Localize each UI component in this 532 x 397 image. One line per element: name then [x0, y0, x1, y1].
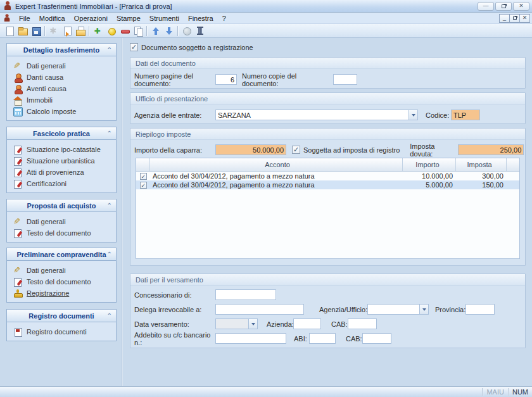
cab-field[interactable] [348, 318, 377, 329]
row-checkbox[interactable] [140, 173, 147, 180]
dropdown-arrow-icon[interactable] [419, 304, 429, 315]
chevron-up-icon[interactable]: ⌃ [107, 251, 112, 258]
cab-field[interactable] [362, 333, 391, 344]
chevron-up-icon[interactable]: ⌃ [107, 46, 112, 53]
sidebar-item-atti-di-provenienza[interactable]: Atti di provenienza [7, 167, 116, 178]
window-controls: — ✕ [478, 2, 529, 11]
caparra-field[interactable]: 50.000,00 [215, 144, 286, 155]
importo-column-header[interactable]: Importo [403, 158, 456, 171]
menu-help[interactable]: ? [218, 13, 231, 23]
sidebar-item-registrazione[interactable]: Registrazione [7, 287, 116, 299]
section-header[interactable]: Dettaglio trasferimento ⌃ [7, 44, 116, 56]
chevron-up-icon[interactable]: ⌃ [107, 202, 112, 209]
sidebar-item-situazione-ipo-catastale[interactable]: Situazione ipo-catastale [7, 144, 116, 155]
person-icon [13, 73, 23, 82]
sidebar-item-situazione-urbanistica[interactable]: Situazione urbanistica [7, 155, 116, 167]
soggetta-imposta-checkbox[interactable] [292, 146, 300, 154]
open-button[interactable] [16, 25, 29, 37]
window-title: Expert Trasferimenti Immobiliari - [Prar… [15, 3, 172, 10]
dropdown-arrow-icon[interactable] [248, 318, 258, 329]
agenzia-entrate-combobox[interactable]: SARZANA [215, 110, 418, 120]
table-row[interactable]: Acconto del 30/04/2012, pagamento a mezz… [136, 172, 519, 180]
copy-document-button[interactable] [131, 25, 144, 37]
group-title: Dati per il versamento [130, 274, 525, 286]
data-versamento-combobox[interactable] [215, 318, 258, 329]
column-exit-icon [195, 26, 205, 36]
content-area: Dettaglio trasferimento ⌃ Dati generali … [0, 38, 532, 386]
arrow-up-icon [151, 26, 161, 36]
section-title: Registro documenti [28, 312, 94, 320]
menu-file[interactable]: File [15, 13, 35, 23]
acconto-column-header[interactable]: Acconto [150, 158, 403, 171]
abi-field[interactable] [309, 333, 336, 344]
import-document-button[interactable] [73, 25, 87, 37]
imposta-column-header[interactable]: Imposta [456, 158, 507, 171]
import-document-icon [75, 26, 86, 36]
section-header[interactable]: Proposta di acquisto ⌃ [7, 199, 116, 212]
acconti-table-header: Acconto Importo Imposta [136, 158, 519, 172]
sidebar-item-certificazioni[interactable]: Certificazioni [7, 178, 116, 189]
pagine-label: Numero pagine del documento: [134, 72, 215, 87]
add-button[interactable] [91, 25, 104, 37]
menu-finestra[interactable]: Finestra [184, 13, 218, 23]
sidebar-splitter[interactable] [122, 38, 123, 386]
menu-modifica[interactable]: Modifica [35, 13, 70, 23]
provincia-label: Provincia: [435, 306, 466, 313]
concessionario-field[interactable] [215, 289, 276, 300]
section-header[interactable]: Fascicolo pratica ⌃ [7, 127, 116, 140]
agenzia-ufficio-combobox[interactable] [367, 304, 429, 315]
menu-stampe[interactable]: Stampe [112, 13, 145, 23]
sidebar-item-dati-generali[interactable]: Dati generali [7, 60, 116, 72]
azienda-label: Azienda: [267, 320, 293, 328]
pagine-field[interactable]: 6 [215, 74, 237, 85]
provincia-field[interactable] [466, 304, 495, 315]
print-button [47, 25, 60, 37]
new-document-button[interactable] [3, 25, 16, 37]
check-column-header[interactable] [136, 158, 150, 171]
sidebar-item-testo-documento-preliminare[interactable]: Testo del documento [7, 276, 116, 287]
delete-button[interactable] [118, 25, 131, 37]
restore-button[interactable] [495, 2, 512, 11]
copie-field[interactable] [333, 74, 357, 85]
delega-field[interactable] [215, 304, 304, 315]
mdi-close-button[interactable]: ✕ [519, 14, 530, 23]
close-button[interactable]: ✕ [513, 2, 529, 11]
sidebar-item-danti-causa[interactable]: Danti causa [7, 72, 116, 83]
sidebar-item-registro-documenti[interactable]: Registro documenti [7, 326, 116, 337]
registration-subject-checkbox[interactable] [130, 43, 138, 51]
codice-field[interactable]: TLP [451, 110, 480, 120]
azienda-field[interactable] [293, 318, 321, 329]
sidebar-item-aventi-causa[interactable]: Aventi causa [7, 83, 116, 94]
app-icon [4, 1, 12, 11]
menu-strumenti[interactable]: Strumenti [145, 13, 184, 23]
table-row[interactable]: Acconto del 30/04/2012, pagamento a mezz… [136, 180, 519, 189]
sidebar-item-testo-documento-proposta[interactable]: Testo del documento [7, 227, 116, 239]
save-button[interactable] [29, 25, 42, 37]
section-header[interactable]: Registro documenti ⌃ [7, 310, 116, 322]
addebito-field[interactable] [215, 333, 286, 344]
move-up-button[interactable] [149, 25, 162, 37]
row-checkbox[interactable] [140, 182, 147, 189]
mdi-restore-button[interactable] [509, 14, 520, 23]
section-header[interactable]: Preliminare compravendita ⌃ [7, 248, 116, 261]
chevron-up-icon[interactable]: ⌃ [107, 130, 112, 137]
yellow-dot-icon [106, 26, 117, 36]
sidebar-item-immobili[interactable]: Immobili [7, 94, 116, 106]
mdi-minimize-button[interactable]: _ [499, 14, 510, 23]
help-button [180, 25, 193, 37]
chevron-up-icon[interactable]: ⌃ [107, 312, 112, 319]
sidebar-item-dati-generali-proposta[interactable]: Dati generali [7, 216, 116, 227]
importo-cell: 10.000,00 [403, 172, 456, 180]
sidebar-item-dati-generali-preliminare[interactable]: Dati generali [7, 265, 116, 276]
sidebar-item-calcolo-imposte[interactable]: Calcolo imposte [7, 106, 116, 117]
imposta-dovuta-field[interactable]: 250,00 [458, 144, 524, 155]
minimize-button[interactable]: — [478, 2, 494, 11]
menu-operazioni[interactable]: Operazioni [70, 13, 112, 23]
copy-document-icon [133, 26, 143, 36]
export-document-button[interactable] [60, 25, 73, 37]
modify-button[interactable] [104, 25, 118, 37]
exit-button[interactable] [193, 25, 206, 37]
move-down-button[interactable] [162, 25, 175, 37]
dropdown-arrow-icon[interactable] [408, 110, 418, 120]
section-title: Dettaglio trasferimento [23, 46, 99, 54]
